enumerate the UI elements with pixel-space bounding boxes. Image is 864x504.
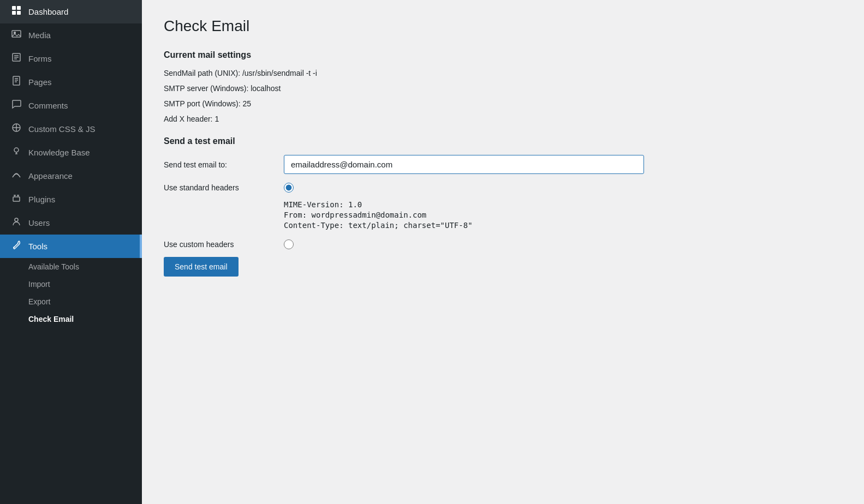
current-mail-section: Current mail settings SendMail path (UNI…	[164, 50, 842, 123]
forms-icon	[11, 52, 22, 65]
sidebar-subitem-label-import: Import	[28, 280, 50, 289]
sidebar: Dashboard Media Forms Pages Comments	[0, 0, 142, 504]
send-to-row: Send test email to:	[164, 155, 842, 174]
sidebar-item-label-appearance: Appearance	[28, 171, 73, 181]
knowledge-base-icon	[11, 146, 22, 159]
svg-rect-4	[12, 31, 21, 37]
sidebar-item-label-forms: Forms	[28, 54, 52, 63]
sidebar-item-pages[interactable]: Pages	[0, 70, 142, 94]
sidebar-item-label-plugins: Plugins	[28, 195, 55, 204]
svg-point-25	[15, 218, 18, 221]
sidebar-subitem-import[interactable]: Import	[0, 275, 142, 293]
sidebar-subitem-export[interactable]: Export	[0, 293, 142, 310]
page-title: Check Email	[164, 17, 842, 35]
dashboard-icon	[11, 5, 22, 18]
sidebar-item-media[interactable]: Media	[0, 23, 142, 47]
sidebar-item-appearance[interactable]: Appearance	[0, 164, 142, 188]
sidebar-item-label-pages: Pages	[28, 77, 52, 87]
standard-headers-radio[interactable]	[284, 183, 294, 193]
svg-point-26	[14, 247, 14, 248]
sidebar-item-knowledge-base[interactable]: Knowledge Base	[0, 141, 142, 164]
sidebar-item-tools[interactable]: Tools	[0, 235, 142, 258]
sidebar-item-label-users: Users	[28, 218, 50, 227]
svg-rect-2	[12, 11, 16, 15]
sidebar-item-dashboard[interactable]: Dashboard	[0, 0, 142, 23]
custom-headers-row: Use custom headers	[164, 239, 842, 249]
standard-headers-radio-control	[284, 183, 294, 193]
send-to-label: Send test email to:	[164, 160, 273, 169]
svg-rect-20	[13, 197, 20, 201]
smtp-port-row: SMTP port (Windows): 25	[164, 99, 842, 108]
sidebar-nav: Dashboard Media Forms Pages Comments	[0, 0, 142, 328]
appearance-icon	[11, 170, 22, 182]
sidebar-item-label-media: Media	[28, 31, 51, 40]
users-icon	[11, 217, 22, 229]
send-test-email-button[interactable]: Send test email	[164, 257, 239, 277]
custom-headers-radio-control	[284, 239, 294, 249]
media-icon	[11, 29, 22, 41]
sidebar-subitem-label-check-email: Check Email	[28, 315, 74, 323]
sidebar-subitem-label-export: Export	[28, 297, 50, 306]
sidebar-item-forms[interactable]: Forms	[0, 47, 142, 70]
header-line-1: MIME-Version: 1.0	[284, 200, 842, 209]
smtp-server-row: SMTP server (Windows): localhost	[164, 84, 842, 93]
pages-icon	[11, 76, 22, 88]
sendmail-path-row: SendMail path (UNIX): /usr/sbin/sendmail…	[164, 69, 842, 77]
send-test-section: Send a test email Send test email to: Us…	[164, 136, 842, 277]
sidebar-item-label-knowledge-base: Knowledge Base	[28, 148, 90, 157]
svg-point-17	[14, 148, 19, 152]
sidebar-subitem-available-tools[interactable]: Available Tools	[0, 258, 142, 275]
svg-rect-3	[17, 11, 21, 15]
sidebar-item-label-tools: Tools	[28, 242, 47, 251]
tools-icon	[11, 240, 22, 253]
svg-rect-1	[17, 6, 21, 10]
sidebar-item-custom-css-js[interactable]: Custom CSS & JS	[0, 117, 142, 141]
sidebar-item-users[interactable]: Users	[0, 211, 142, 235]
current-mail-heading: Current mail settings	[164, 50, 842, 60]
sidebar-item-label-dashboard: Dashboard	[28, 7, 68, 16]
sidebar-subitem-check-email[interactable]: Check Email	[0, 310, 142, 328]
standard-headers-row: Use standard headers	[164, 183, 842, 193]
svg-rect-0	[12, 6, 16, 10]
standard-headers-label: Use standard headers	[164, 183, 273, 192]
sidebar-item-comments[interactable]: Comments	[0, 94, 142, 117]
send-test-heading: Send a test email	[164, 136, 842, 146]
sidebar-item-label-custom-css-js: Custom CSS & JS	[28, 124, 96, 134]
header-line-2: From: wordpressadmin@domain.com	[284, 211, 842, 219]
comments-icon	[11, 99, 22, 112]
plugins-icon	[11, 193, 22, 206]
sidebar-item-label-comments: Comments	[28, 101, 68, 110]
main-content: Check Email Current mail settings SendMa…	[142, 0, 864, 504]
custom-headers-label: Use custom headers	[164, 240, 273, 249]
sidebar-item-plugins[interactable]: Plugins	[0, 188, 142, 211]
custom-css-js-icon	[11, 123, 22, 135]
headers-block: MIME-Version: 1.0 From: wordpressadmin@d…	[164, 200, 842, 230]
header-line-3: Content-Type: text/plain; charset="UTF-8…	[284, 221, 842, 230]
add-x-header-row: Add X header: 1	[164, 115, 842, 123]
send-to-input[interactable]	[284, 155, 644, 174]
custom-headers-radio[interactable]	[284, 239, 294, 249]
sidebar-subitem-label-available-tools: Available Tools	[28, 262, 79, 271]
svg-rect-10	[13, 76, 20, 85]
